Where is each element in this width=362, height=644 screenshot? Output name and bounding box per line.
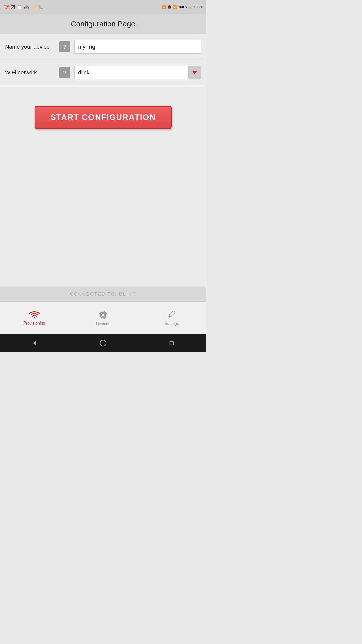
connected-banner: CONNECTED TO: DLINK [0, 287, 206, 301]
wifi-provisioning-icon [29, 310, 40, 319]
back-button[interactable] [31, 339, 38, 347]
back-icon [31, 339, 38, 347]
wifi-network-input[interactable] [75, 66, 188, 79]
recents-icon [168, 339, 175, 347]
android-icon: 🤖 [24, 5, 29, 9]
status-bar: 💯 🖼 📋 🤖 ⚡ 🐛 📶 📵 📶 100% 🔋 10:01 [0, 0, 206, 14]
status-bar-right: 📶 📵 📶 100% 🔋 10:01 [162, 5, 202, 9]
usb-icon: ⚡ [31, 5, 36, 9]
status-bar-left: 💯 🖼 📋 🤖 ⚡ 🐛 [4, 5, 43, 9]
settings-label: Settings [164, 321, 179, 326]
tab-devices[interactable]: Devices [69, 307, 137, 329]
tab-settings[interactable]: Settings [138, 307, 206, 329]
svg-rect-1 [102, 313, 105, 316]
wifi-network-row: WiFi network ? [0, 60, 206, 86]
wifi-input-wrapper [74, 66, 201, 79]
svg-point-16 [100, 340, 106, 346]
devices-label: Devices [96, 321, 110, 326]
sim-icon: 📵 [167, 5, 171, 9]
wifi-dropdown-button[interactable] [188, 66, 201, 79]
time-display: 10:01 [194, 5, 202, 9]
battery-percent: 100% [178, 5, 187, 9]
signal-icon: 📶 [173, 5, 177, 9]
notification-icon-100: 💯 [4, 5, 9, 9]
wifi-help-icon[interactable]: ? [59, 67, 70, 78]
device-name-input[interactable] [74, 40, 201, 54]
svg-marker-15 [33, 340, 36, 346]
main-content: Name your device ? WiFi network ? START … [0, 34, 206, 301]
svg-rect-17 [170, 341, 173, 345]
recents-button[interactable] [168, 339, 175, 347]
page-title: Configuration Page [71, 20, 135, 28]
tab-provisioning[interactable]: Provisioning [0, 307, 69, 329]
chip-devices-icon [98, 310, 108, 320]
device-name-row: Name your device ? [0, 34, 206, 60]
start-configuration-button[interactable]: START CONFIGURATION [35, 106, 172, 129]
title-bar: Configuration Page [0, 14, 206, 34]
device-name-label: Name your device [5, 44, 55, 50]
list-icon: 📋 [17, 5, 22, 9]
wifi-status-icon: 📶 [162, 5, 166, 9]
provisioning-label: Provisioning [23, 321, 45, 326]
device-name-help-icon[interactable]: ? [59, 41, 70, 52]
bug-icon: 🐛 [38, 5, 43, 9]
system-navigation-bar [0, 334, 206, 352]
chevron-down-icon [192, 71, 197, 74]
image-icon: 🖼 [11, 5, 15, 9]
wrench-settings-icon [167, 310, 176, 320]
home-icon [99, 339, 107, 347]
action-area: START CONFIGURATION [0, 86, 206, 287]
home-button[interactable] [99, 339, 107, 347]
wifi-network-label: WiFi network [5, 69, 55, 76]
battery-icon: 🔋 [188, 5, 192, 9]
bottom-navigation: Provisioning Devices Settings [0, 301, 206, 334]
connected-text: CONNECTED TO: DLINK [70, 292, 136, 297]
